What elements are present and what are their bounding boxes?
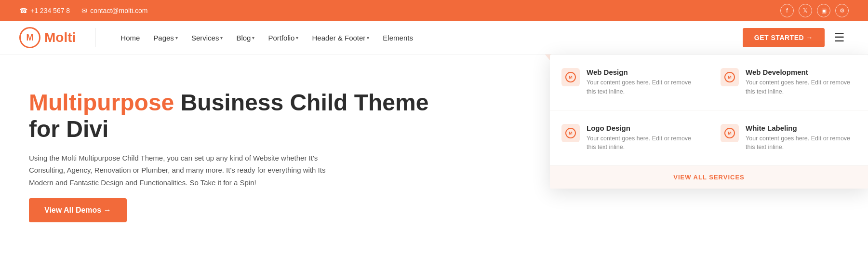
instagram-icon[interactable]: ▣ [817, 4, 830, 17]
service-logo-icon-3: M [565, 128, 576, 138]
services-chevron-icon: ▾ [220, 35, 223, 41]
hero-description: Using the Molti Multipurpose Child Theme… [29, 152, 328, 189]
view-all-services-button[interactable]: VIEW ALL SERVICES [550, 166, 868, 189]
logo-icon: M [19, 27, 40, 48]
header-footer-chevron-icon: ▾ [367, 35, 369, 41]
service-desc-logo-design: Your content goes here. Edit or remove t… [587, 134, 697, 152]
service-item-web-design[interactable]: M Web Design Your content goes here. Edi… [550, 54, 709, 110]
service-desc-web-development: Your content goes here. Edit or remove t… [746, 78, 856, 96]
hero-content: Multipurpose Business Child Theme for Di… [0, 54, 478, 257]
logo-letter: M [27, 33, 34, 43]
nav-item-pages[interactable]: Pages ▾ [147, 30, 184, 46]
email-address: contact@molti.com [90, 7, 147, 14]
view-all-services-label: VIEW ALL SERVICES [673, 174, 745, 181]
get-started-button[interactable]: GET STARTED → [743, 28, 825, 47]
twitter-icon[interactable]: 𝕏 [799, 4, 812, 17]
service-item-web-development[interactable]: M Web Development Your content goes here… [709, 54, 868, 110]
header: M Molti Home Pages ▾ Services ▾ Blog ▾ P… [0, 21, 868, 54]
top-bar: ☎ +1 234 567 8 ✉ contact@molti.com f 𝕏 ▣… [0, 0, 868, 21]
service-title-web-development: Web Development [746, 68, 856, 76]
service-text-logo-design: Logo Design Your content goes here. Edit… [587, 124, 697, 152]
service-text-web-development: Web Development Your content goes here. … [746, 68, 856, 96]
service-title-web-design: Web Design [587, 68, 697, 76]
hamburger-menu[interactable]: ☰ [830, 29, 849, 46]
email-info: ✉ contact@molti.com [81, 7, 147, 14]
get-started-label: GET STARTED → [754, 34, 813, 41]
social-icons: f 𝕏 ▣ ⚙ [780, 4, 849, 17]
nav-item-elements[interactable]: Elements [377, 30, 419, 46]
top-bar-contact: ☎ +1 234 567 8 ✉ contact@molti.com [19, 7, 147, 14]
hero-title-accent: Multipurpose [29, 90, 174, 115]
service-title-logo-design: Logo Design [587, 124, 697, 132]
service-text-white-labeling: White Labeling Your content goes here. E… [746, 124, 856, 152]
nav-item-blog[interactable]: Blog ▾ [230, 30, 260, 46]
phone-icon: ☎ [19, 7, 27, 14]
service-item-logo-design[interactable]: M Logo Design Your content goes here. Ed… [550, 110, 709, 166]
services-dropdown-panel: M Web Design Your content goes here. Edi… [550, 54, 868, 189]
logo-text: Molti [44, 30, 76, 45]
hero-title: Multipurpose Business Child Theme for Di… [29, 89, 449, 142]
email-icon: ✉ [81, 7, 87, 14]
service-icon-logo: M [561, 124, 580, 142]
settings-icon[interactable]: ⚙ [835, 4, 849, 17]
nav-item-portfolio[interactable]: Portfolio ▾ [262, 30, 304, 46]
service-desc-white-labeling: Your content goes here. Edit or remove t… [746, 134, 856, 152]
service-desc-web-design: Your content goes here. Edit or remove t… [587, 78, 697, 96]
service-logo-icon-2: M [724, 72, 735, 82]
header-divider [95, 28, 95, 47]
hero-section: Multipurpose Business Child Theme for Di… [0, 54, 868, 257]
service-logo-icon: M [565, 72, 576, 82]
services-grid: M Web Design Your content goes here. Edi… [550, 54, 868, 166]
nav-item-services[interactable]: Services ▾ [186, 30, 229, 46]
service-text-web-design: Web Design Your content goes here. Edit … [587, 68, 697, 96]
facebook-icon[interactable]: f [780, 4, 794, 17]
nav-item-header-footer[interactable]: Header & Footer ▾ [306, 30, 375, 46]
logo[interactable]: M Molti [19, 27, 76, 48]
service-icon-web-dev: M [721, 68, 739, 86]
header-right: GET STARTED → ☰ [743, 28, 849, 47]
service-icon-web-design: M [561, 68, 580, 86]
blog-chevron-icon: ▾ [252, 35, 254, 41]
phone-info: ☎ +1 234 567 8 [19, 7, 70, 14]
main-nav: Home Pages ▾ Services ▾ Blog ▾ Portfolio… [115, 30, 727, 46]
service-title-white-labeling: White Labeling [746, 124, 856, 132]
view-all-demos-label: View All Demos → [44, 206, 111, 215]
service-item-white-labeling[interactable]: M White Labeling Your content goes here.… [709, 110, 868, 166]
view-all-demos-button[interactable]: View All Demos → [29, 198, 127, 222]
nav-item-home[interactable]: Home [115, 30, 146, 46]
phone-number: +1 234 567 8 [30, 7, 70, 14]
service-icon-white-label: M [721, 124, 739, 142]
portfolio-chevron-icon: ▾ [296, 35, 298, 41]
service-logo-icon-4: M [724, 128, 735, 138]
pages-chevron-icon: ▾ [175, 35, 178, 41]
